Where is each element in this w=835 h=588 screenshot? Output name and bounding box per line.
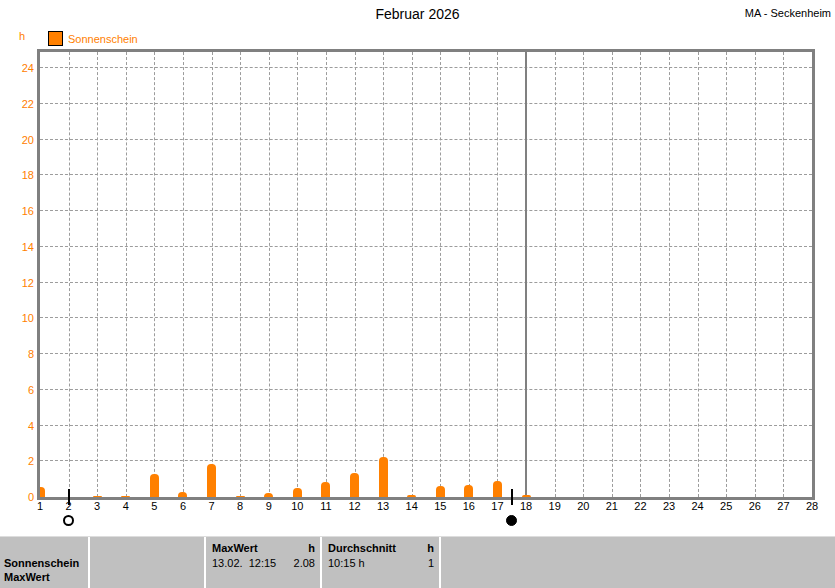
v-gridline (97, 52, 98, 497)
station-label: MA - Seckenheim (745, 7, 831, 19)
x-tick-label: 3 (83, 500, 111, 512)
h-gridline (40, 317, 812, 318)
v-gridline (783, 52, 784, 497)
v-gridline (726, 52, 727, 497)
y-axis-labels: 024681012141618202224 (0, 52, 34, 497)
summary-empty-cell (90, 537, 204, 588)
x-tick-label: 1 (26, 500, 54, 512)
summary-maxwert-cell: MaxWert h 13.02. 12:15 2.08 (206, 537, 320, 588)
v-gridline (212, 52, 213, 497)
y-tick-label: 16 (0, 204, 34, 218)
v-gridline (297, 52, 298, 497)
durchschnitt-header: Durchschnitt (328, 542, 396, 555)
x-tick-label: 22 (626, 500, 654, 512)
v-gridline (383, 52, 384, 497)
y-tick-label: 22 (0, 97, 34, 111)
summary-row-label-metric: MaxWert (4, 570, 86, 584)
full-moon-icon (63, 515, 74, 526)
maxwert-datetime: 13.02. 12:15 (212, 557, 276, 570)
chart-title: Februar 2026 (0, 6, 835, 22)
x-tick-label: 16 (455, 500, 483, 512)
sunshine-bar (436, 486, 445, 497)
sunshine-bar (293, 488, 302, 497)
durchschnitt-value-text: 10:15 h (328, 557, 365, 570)
x-tick-label: 11 (312, 500, 340, 512)
sunshine-bar (93, 496, 102, 497)
sunshine-bar (37, 487, 45, 497)
v-gridline (698, 52, 699, 497)
summary-empty-cell (441, 537, 835, 588)
x-tick-label: 12 (341, 500, 369, 512)
sunshine-bar (407, 495, 416, 497)
x-tick-label: 7 (198, 500, 226, 512)
v-gridline (583, 52, 584, 497)
v-gridline (755, 52, 756, 497)
y-tick-label: 14 (0, 240, 34, 254)
x-tick-label: 18 (512, 500, 540, 512)
y-tick-label: 24 (0, 61, 34, 75)
v-gridline (612, 52, 613, 497)
y-tick-label: 20 (0, 133, 34, 147)
y-tick-label: 2 (0, 454, 34, 468)
y-tick-label: 18 (0, 168, 34, 182)
sunshine-bar (121, 496, 130, 497)
y-tick-label: 4 (0, 419, 34, 433)
summary-row-label: Sonnenschein MaxWert (0, 537, 88, 588)
v-gridline (183, 52, 184, 497)
x-tick-label: 19 (541, 500, 569, 512)
sunshine-bar (207, 464, 216, 497)
y-tick-label: 12 (0, 276, 34, 290)
maxwert-value: 2.08 (294, 557, 315, 570)
durchschnitt-unit-header: h (427, 542, 434, 555)
x-tick-label: 8 (226, 500, 254, 512)
h-gridline (40, 282, 812, 283)
x-tick-label: 27 (769, 500, 797, 512)
h-gridline (40, 425, 812, 426)
x-tick-label: 24 (684, 500, 712, 512)
v-gridline (126, 52, 127, 497)
v-gridline (440, 52, 441, 497)
v-gridline (469, 52, 470, 497)
h-gridline (40, 174, 812, 175)
x-tick-label: 5 (140, 500, 168, 512)
x-tick-label: 15 (426, 500, 454, 512)
h-gridline (40, 210, 812, 211)
plot-area (37, 49, 815, 500)
summary-row-label-series: Sonnenschein (4, 556, 86, 570)
v-gridline (69, 52, 70, 497)
v-gridline (269, 52, 270, 497)
legend: Sonnenschein (48, 31, 138, 46)
y-tick-label: 10 (0, 311, 34, 325)
y-tick-label: 6 (0, 383, 34, 397)
sunshine-bar (264, 493, 273, 497)
sunshine-bar (178, 492, 187, 497)
sunshine-bar (379, 457, 388, 497)
sunshine-bar (236, 496, 245, 497)
v-gridline (412, 52, 413, 497)
v-gridline (355, 52, 356, 497)
x-tick-label: 28 (798, 500, 826, 512)
v-gridline (154, 52, 155, 497)
h-gridline (40, 246, 812, 247)
x-tick-label: 26 (741, 500, 769, 512)
x-tick-label: 21 (598, 500, 626, 512)
maxwert-header: MaxWert (212, 542, 258, 555)
x-axis-labels: 1234567891011121314151617181920212223242… (40, 500, 812, 513)
summary-durchschnitt-cell: Durchschnitt h 10:15 h 1 (322, 537, 439, 588)
x-tick-label: 13 (369, 500, 397, 512)
h-gridline (40, 353, 812, 354)
legend-series-swatch (48, 31, 63, 46)
v-gridline (497, 52, 498, 497)
x-tick-label: 2 (55, 500, 83, 512)
h-gridline (40, 389, 812, 390)
x-tick-label: 25 (712, 500, 740, 512)
sunshine-bar (464, 485, 473, 497)
x-tick-label: 10 (283, 500, 311, 512)
v-gridline (240, 52, 241, 497)
y-axis-unit-label: h (19, 30, 25, 42)
sunshine-bar (150, 474, 159, 497)
h-gridline (40, 460, 812, 461)
v-gridline (326, 52, 327, 497)
sunshine-bar (493, 481, 502, 497)
x-tick-label: 20 (569, 500, 597, 512)
